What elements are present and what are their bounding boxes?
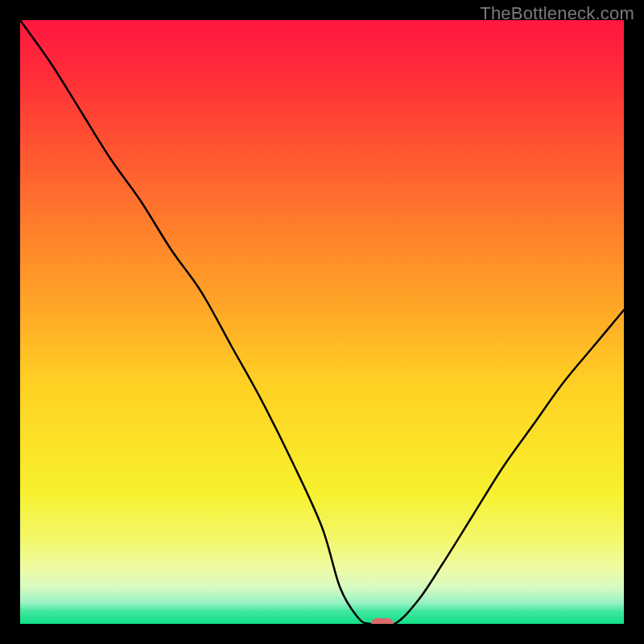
bottleneck-curve <box>20 20 624 624</box>
plot-area <box>20 20 624 624</box>
chart-frame: TheBottleneck.com <box>0 0 644 644</box>
watermark-text: TheBottleneck.com <box>480 3 634 24</box>
bottleneck-marker <box>371 618 394 624</box>
